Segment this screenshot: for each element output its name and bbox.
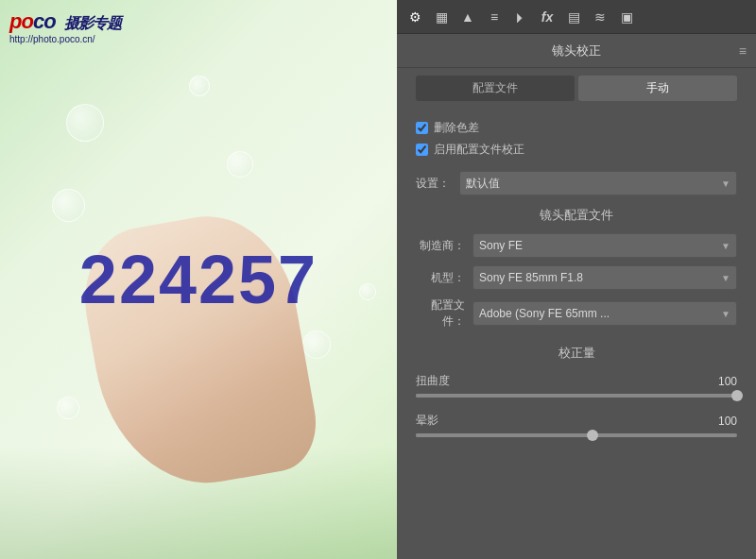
distortion-slider-header: 扭曲度 100	[416, 373, 737, 389]
manufacturer-arrow: ▼	[721, 241, 730, 251]
checkbox-row-1: 删除色差	[416, 120, 737, 136]
watermark: poco 摄影专题 http://photo.poco.cn/	[9, 9, 121, 44]
bubble-1	[66, 104, 104, 142]
toolbar-settings-icon[interactable]: ⚙	[404, 7, 425, 27]
profile-file-label: 配置文件：	[416, 297, 465, 330]
distortion-track[interactable]	[416, 394, 737, 398]
brand-logo: poco 摄影专题	[9, 9, 121, 34]
distortion-label: 扭曲度	[416, 373, 450, 389]
correction-section-title: 校正量	[416, 345, 737, 362]
settings-label: 设置：	[416, 176, 450, 192]
bubble-3	[189, 76, 210, 96]
right-panel: ⚙ ▦ ▲ ≡ ⏵ fx ▤ ≋ ▣ 镜头校正 ≡ 配置文件 手动 删除色差 启…	[397, 0, 756, 559]
toolbar-lens-icon[interactable]: ▣	[616, 7, 637, 27]
bubble-2	[227, 151, 253, 178]
toolbar-grid-icon[interactable]: ▦	[431, 7, 452, 27]
vignette-label: 晕影	[416, 413, 438, 429]
panel-body: 删除色差 启用配置文件校正 设置： 默认值 ▼ 镜头配置文件 制造商： Sony…	[397, 109, 756, 559]
toolbar: ⚙ ▦ ▲ ≡ ⏵ fx ▤ ≋ ▣	[397, 0, 756, 34]
manufacturer-dropdown[interactable]: Sony FE ▼	[472, 233, 737, 258]
panel-title: 镜头校正	[552, 42, 601, 59]
model-arrow: ▼	[721, 273, 730, 283]
profile-file-dropdown[interactable]: Adobe (Sony FE 65mm ... ▼	[472, 301, 737, 326]
manufacturer-row: 制造商： Sony FE ▼	[416, 233, 737, 258]
toolbar-detail-icon[interactable]: ≋	[590, 7, 610, 27]
settings-dropdown-arrow: ▼	[721, 178, 730, 189]
panel-header: 镜头校正 ≡	[397, 34, 756, 68]
distortion-fill	[416, 394, 737, 398]
watermark-url: http://photo.poco.cn/	[9, 34, 121, 44]
settings-row: 设置： 默认值 ▼	[416, 171, 737, 195]
settings-dropdown[interactable]: 默认值 ▼	[459, 171, 737, 195]
distortion-value: 100	[709, 375, 737, 388]
toolbar-table-icon[interactable]: ▤	[563, 7, 584, 27]
checkbox-enable-profile[interactable]	[416, 144, 428, 156]
checkbox-row-2: 启用配置文件校正	[416, 142, 737, 158]
distortion-slider-row: 扭曲度 100	[416, 373, 737, 398]
tab-profile[interactable]: 配置文件	[416, 76, 575, 101]
vignette-track[interactable]	[416, 433, 737, 437]
toolbar-fx-icon[interactable]: fx	[537, 7, 558, 27]
checkbox-label-1: 删除色差	[434, 120, 479, 136]
photo-panel: poco 摄影专题 http://photo.poco.cn/ 224257	[0, 0, 397, 559]
tab-row: 配置文件 手动	[397, 68, 756, 109]
profile-file-row: 配置文件： Adobe (Sony FE 65mm ... ▼	[416, 297, 737, 330]
checkbox-label-2: 启用配置文件校正	[434, 142, 524, 158]
bubble-7	[57, 397, 79, 419]
bubble-4	[52, 189, 85, 222]
profile-file-arrow: ▼	[721, 309, 730, 319]
vignette-slider-row: 晕影 100	[416, 413, 737, 437]
bubble-5	[359, 283, 376, 300]
toolbar-curves-icon[interactable]: ⏵	[510, 7, 531, 27]
model-label: 机型：	[416, 270, 465, 286]
distortion-thumb[interactable]	[731, 390, 743, 401]
vignette-fill	[416, 433, 593, 437]
checkbox-remove-aberration[interactable]	[416, 122, 428, 134]
vignette-value: 100	[709, 415, 737, 428]
panel-menu-icon[interactable]: ≡	[739, 43, 747, 59]
model-dropdown[interactable]: Sony FE 85mm F1.8 ▼	[472, 265, 737, 290]
toolbar-list-icon[interactable]: ≡	[484, 7, 505, 27]
vignette-thumb[interactable]	[587, 430, 598, 441]
vignette-slider-header: 晕影 100	[416, 413, 737, 429]
bubble-6	[302, 330, 331, 359]
photo-number: 224257	[79, 241, 318, 318]
tab-manual[interactable]: 手动	[578, 76, 737, 101]
lens-profile-section-title: 镜头配置文件	[416, 207, 737, 224]
toolbar-tone-icon[interactable]: ▲	[457, 7, 478, 27]
model-row: 机型： Sony FE 85mm F1.8 ▼	[416, 265, 737, 290]
manufacturer-label: 制造商：	[416, 238, 465, 254]
